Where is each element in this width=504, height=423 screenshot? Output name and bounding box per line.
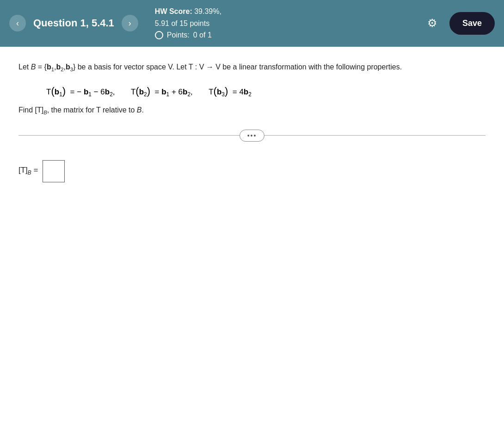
score-section: HW Score: 39.39%, 5.91 of 15 points Poin…	[146, 6, 420, 41]
prev-button[interactable]: ‹	[9, 15, 26, 31]
hw-score-value: 39.39%,	[194, 7, 221, 15]
find-text: Find [T]B, the matrix for T relative to …	[18, 106, 486, 115]
save-button[interactable]: Save	[449, 12, 495, 35]
divider-left	[18, 135, 240, 136]
points-circle-icon	[155, 31, 163, 39]
question-title: Question 1, 5.4.1	[33, 17, 114, 29]
divider-right	[264, 135, 486, 136]
problem-intro: Let B = {b1,b2,b3} be a basis for vector…	[18, 61, 486, 74]
answer-label: [T]B =	[18, 166, 38, 176]
header: ‹ Question 1, 5.4.1 › HW Score: 39.39%, …	[0, 0, 504, 47]
answer-row: [T]B =	[18, 160, 486, 182]
hw-score-label: HW Score:	[155, 7, 192, 15]
main-content: Let B = {b1,b2,b3} be a basis for vector…	[0, 47, 504, 196]
equation-t-b3: T(b3) = 4b2	[207, 85, 252, 98]
divider-row: •••	[18, 130, 486, 142]
answer-input[interactable]	[43, 160, 65, 182]
dots-button[interactable]: •••	[240, 130, 265, 142]
points-value: 0 of 1	[193, 29, 212, 41]
settings-icon[interactable]: ⚙	[427, 17, 437, 30]
points-label: Points:	[167, 29, 190, 41]
equation-t-b1: T(b1) = − b1 − 6b2,	[46, 85, 115, 98]
equation-t-b2: T(b2) = b1 + 6b2,	[129, 85, 192, 98]
next-button[interactable]: ›	[122, 15, 138, 31]
points-line: 5.91 of 15 points	[155, 18, 420, 30]
math-equations: T(b1) = − b1 − 6b2, T(b2) = b1 + 6b2, T(…	[46, 85, 486, 98]
